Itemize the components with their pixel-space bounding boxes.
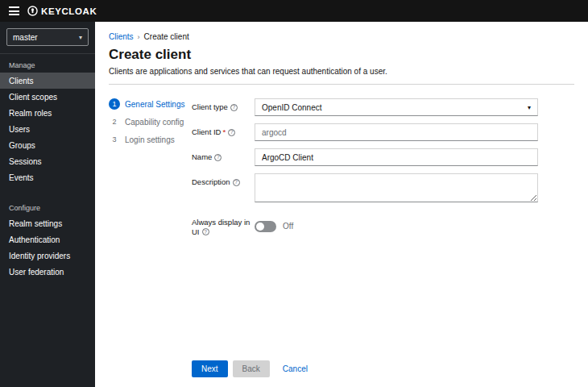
name-input[interactable] [255,148,538,166]
name-label: Name? [192,148,255,166]
keycloak-logo-icon [27,6,38,16]
nav-section-configure: Configure [0,197,95,215]
chevron-down-icon: ▾ [79,34,82,41]
sidebar-item-user-federation[interactable]: User federation [0,264,95,280]
name-row: Name? [192,148,574,166]
sidebar: master ▾ Manage Clients Client scopes Re… [0,22,95,387]
required-indicator: * [222,127,226,136]
always-display-label: Always display in UI? [192,214,255,237]
label-text: Client type [192,102,228,111]
client-type-label: Client type? [192,98,255,116]
realm-selector[interactable]: master ▾ [6,28,89,46]
always-display-toggle[interactable] [255,221,276,232]
sidebar-item-client-scopes[interactable]: Client scopes [0,89,95,105]
sidebar-item-users[interactable]: Users [0,121,95,137]
description-row: Description? [192,173,574,202]
sidebar-item-sessions[interactable]: Sessions [0,153,95,169]
toggle-state-label: Off [283,222,293,231]
cancel-button[interactable]: Cancel [281,360,309,377]
page-subtitle: Clients are applications and services th… [109,67,574,76]
main-content: Clients › Create client Create client Cl… [95,22,588,387]
help-icon[interactable]: ? [230,104,238,111]
help-icon[interactable]: ? [214,154,222,161]
label-text: Name [192,152,212,161]
wizard-step-general-settings[interactable]: 1 General Settings [109,98,192,110]
step-number-badge: 1 [109,98,120,110]
breadcrumb: Clients › Create client [95,22,588,41]
client-id-input[interactable] [255,123,538,141]
keycloak-brand: KEYCLOAK [27,6,97,16]
brand-text: KEYCLOAK [41,6,97,16]
description-label: Description? [192,173,255,202]
always-display-toggle-wrap: Off [255,214,293,237]
client-type-row: Client type? OpenID Connect ▾ [192,98,574,116]
page-header: Create client Clients are applications a… [95,41,588,85]
chevron-down-icon: ▾ [528,104,531,111]
sidebar-item-groups[interactable]: Groups [0,137,95,153]
step-number: 2 [109,116,120,127]
help-icon[interactable]: ? [202,228,209,235]
realm-selector-value: master [13,33,38,42]
sidebar-item-identity-providers[interactable]: Identity providers [0,248,95,264]
nav-section-manage: Manage [0,54,95,73]
label-text: Description [192,177,230,186]
description-textarea[interactable] [255,173,538,202]
step-label: Capability config [125,118,184,127]
wizard-step-capability-config[interactable]: 2 Capability config [109,116,192,127]
sidebar-item-realm-roles[interactable]: Realm roles [0,105,95,121]
client-id-row: Client ID*? [192,123,574,141]
page-title: Create client [109,47,574,63]
client-type-select[interactable]: OpenID Connect ▾ [255,98,538,116]
step-label: General Settings [125,100,185,109]
general-settings-form: Client type? OpenID Connect ▾ Client ID*… [192,98,574,244]
help-icon[interactable]: ? [233,179,240,186]
breadcrumb-separator-icon: › [138,33,140,41]
wizard-form-area: 1 General Settings 2 Capability config 3… [95,85,588,244]
sidebar-item-authentication[interactable]: Authentication [0,231,95,248]
step-label: Login settings [125,135,175,144]
wizard-footer: Next Back Cancel [192,360,309,377]
wizard-step-login-settings[interactable]: 3 Login settings [109,134,192,145]
top-bar: KEYCLOAK [0,0,588,22]
always-display-row: Always display in UI? Off [192,214,574,237]
help-icon[interactable]: ? [228,129,235,136]
back-button[interactable]: Back [233,360,270,377]
sidebar-item-events[interactable]: Events [0,169,95,185]
client-id-label: Client ID*? [192,123,255,141]
label-text: Always display in UI [192,218,250,236]
client-type-value: OpenID Connect [262,103,322,112]
label-text: Client ID [192,127,221,136]
toggle-knob [256,223,264,231]
breadcrumb-clients-link[interactable]: Clients [109,32,134,41]
sidebar-item-realm-settings[interactable]: Realm settings [0,215,95,231]
hamburger-menu-icon[interactable] [0,6,27,15]
step-number: 3 [109,134,120,145]
wizard-steps: 1 General Settings 2 Capability config 3… [109,98,192,244]
breadcrumb-current: Create client [144,32,189,41]
next-button[interactable]: Next [192,360,228,377]
sidebar-item-clients[interactable]: Clients [0,73,95,89]
